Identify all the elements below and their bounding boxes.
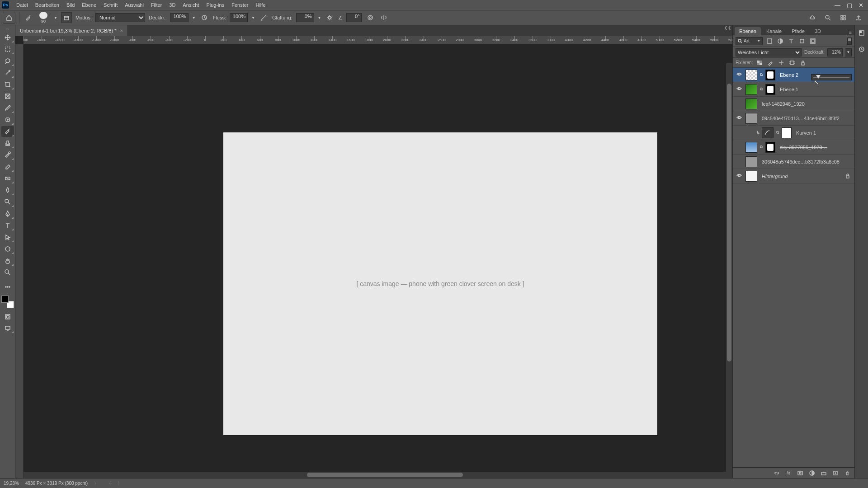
status-chevron-icon[interactable]: 〉 (94, 480, 99, 487)
layer-thumbnail[interactable] (745, 99, 757, 109)
eraser-tool[interactable] (1, 161, 14, 172)
mask-link-icon[interactable]: ⧉ (776, 130, 779, 135)
brush-panel-toggle[interactable] (61, 12, 72, 23)
layer-visibility-toggle[interactable] (735, 85, 744, 93)
filter-adjust-icon[interactable] (776, 37, 784, 45)
filter-pixel-icon[interactable] (765, 37, 774, 45)
layer-thumbnail[interactable] (745, 70, 757, 80)
menu-select[interactable]: Auswahl (121, 0, 147, 10)
lock-transparency-icon[interactable] (755, 59, 764, 67)
layer-thumbnail[interactable] (745, 113, 757, 124)
cloud-docs-button[interactable] (807, 13, 817, 23)
window-minimize-icon[interactable]: — (835, 2, 840, 9)
menu-view[interactable]: Ansicht (179, 0, 203, 10)
layer-opacity-input[interactable]: 12% (827, 48, 843, 56)
panel-menu-icon[interactable]: ≡ (846, 30, 854, 35)
chevron-down-icon[interactable]: ▼ (251, 16, 255, 20)
menu-image[interactable]: Bild (63, 0, 78, 10)
blend-mode-select[interactable]: Normal (95, 13, 145, 22)
menu-file[interactable]: Datei (13, 0, 32, 10)
smoothing-options-button[interactable] (325, 13, 335, 23)
brush-preset-picker[interactable]: 90 (37, 12, 50, 23)
edit-toolbar-button[interactable] (1, 282, 14, 292)
layer-mask-thumbnail[interactable] (765, 142, 775, 153)
layer-row[interactable]: leaf-1482948_1920 (733, 97, 854, 111)
shape-tool[interactable] (1, 244, 14, 254)
scrollbar-thumb[interactable] (727, 84, 731, 361)
layer-visibility-toggle[interactable] (735, 114, 744, 122)
tab-paths[interactable]: Pfade (787, 27, 809, 35)
link-layers-icon[interactable] (773, 469, 780, 477)
chevron-down-icon[interactable]: ▼ (54, 16, 57, 20)
layer-fx-icon[interactable]: fx (785, 469, 792, 477)
menu-layer[interactable]: Ebene (78, 0, 100, 10)
layer-row[interactable]: ⧉sky-3027856_1920… (733, 140, 854, 155)
layer-name[interactable]: 306048a5746dec…b3172fb3a6c08 (762, 159, 840, 164)
smoothing-input[interactable]: 0% (296, 13, 314, 22)
foreground-color-swatch[interactable] (1, 296, 9, 303)
slider-knob-icon[interactable] (816, 75, 821, 79)
healing-tool[interactable] (1, 114, 14, 125)
chevron-down-icon[interactable]: ▼ (845, 48, 852, 56)
layer-name[interactable]: leaf-1482948_1920 (762, 101, 805, 107)
zoom-tool[interactable] (1, 267, 14, 278)
lock-position-icon[interactable] (777, 59, 785, 67)
marquee-tool[interactable] (1, 44, 14, 55)
history-brush-tool[interactable] (1, 150, 14, 160)
menu-3d[interactable]: 3D (165, 0, 179, 10)
layer-row[interactable]: ⧉Ebene 1 (733, 82, 854, 97)
dodge-tool[interactable] (1, 197, 14, 207)
flow-input[interactable]: 100% (230, 13, 248, 22)
eyedropper-tool[interactable] (1, 103, 14, 113)
new-group-icon[interactable] (820, 469, 827, 477)
layer-blend-mode-select[interactable]: Weiches Licht (736, 48, 802, 56)
menu-plugins[interactable]: Plug-ins (203, 0, 228, 10)
properties-panel-icon[interactable] (857, 44, 867, 54)
color-swatches[interactable] (1, 296, 14, 308)
search-button[interactable] (823, 13, 833, 23)
current-tool-icon[interactable] (23, 13, 33, 23)
status-zoom[interactable]: 19,28% (4, 481, 19, 486)
canvas-image[interactable]: [ canvas image — phone with green clover… (223, 132, 657, 435)
filter-toggle-switch[interactable] (847, 38, 852, 45)
status-prev-icon[interactable]: 〈 (107, 480, 111, 487)
layer-thumbnail[interactable] (745, 84, 757, 95)
toolbox-grip-icon[interactable]: ›› (2, 27, 13, 31)
ruler-horizontal[interactable]: -2000-1800-1600-1400-1200-1000-800-600-4… (24, 36, 732, 44)
share-button[interactable] (854, 13, 863, 23)
horizontal-scrollbar[interactable] (24, 472, 732, 478)
quickmask-toggle[interactable] (1, 311, 14, 322)
opacity-input[interactable]: 100% (170, 13, 189, 22)
chevron-down-icon[interactable]: ▼ (192, 16, 196, 20)
pen-tool[interactable] (1, 208, 14, 219)
filter-type-icon[interactable] (787, 37, 795, 45)
layer-filter-kind-select[interactable]: Art ▼ (736, 37, 763, 45)
chevron-down-icon[interactable]: ▼ (318, 16, 321, 20)
color-panel-icon[interactable] (857, 28, 867, 38)
new-adjustment-icon[interactable] (808, 469, 816, 477)
path-select-tool[interactable] (1, 232, 14, 243)
layer-mask-thumbnail[interactable] (782, 127, 792, 138)
lasso-tool[interactable] (1, 56, 14, 66)
hand-tool[interactable] (1, 255, 14, 266)
vertical-scrollbar[interactable] (726, 63, 732, 472)
delete-layer-icon[interactable] (844, 469, 851, 477)
wand-tool[interactable] (1, 67, 14, 78)
layer-name[interactable]: Ebene 1 (780, 87, 798, 92)
canvas-viewport[interactable]: [ canvas image — phone with green clover… (15, 44, 732, 478)
layer-name[interactable]: 09c540e4f70d13…43ce46bd18f3f2 (762, 116, 840, 121)
status-dimensions[interactable]: 4936 Px × 3319 Px (300 ppcm) (25, 481, 88, 486)
layer-row[interactable]: Hintergrund (733, 169, 854, 183)
layer-name[interactable]: sky-3027856_1920… (780, 145, 827, 150)
frame-tool[interactable] (1, 91, 14, 102)
filter-shape-icon[interactable] (798, 37, 806, 45)
arrange-docs-button[interactable] (838, 13, 848, 23)
screenmode-button[interactable] (1, 323, 14, 333)
type-tool[interactable] (1, 220, 14, 231)
mask-link-icon[interactable]: ⧉ (760, 145, 763, 150)
layer-mask-thumbnail[interactable] (765, 70, 775, 80)
window-close-icon[interactable]: ✕ (859, 2, 863, 9)
status-next-icon[interactable]: 〉 (118, 480, 122, 487)
size-pressure-toggle[interactable] (365, 13, 375, 23)
brush-tool[interactable] (1, 126, 14, 137)
